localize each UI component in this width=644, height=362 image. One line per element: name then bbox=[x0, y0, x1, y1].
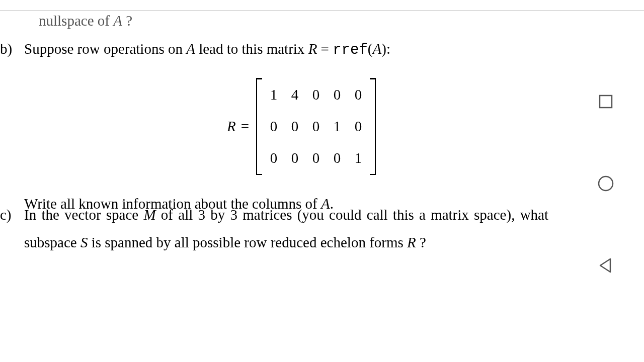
matrix-cell: 0 bbox=[269, 113, 278, 140]
part-b-line1: Suppose row operations on A lead to this… bbox=[24, 35, 558, 64]
home-icon[interactable] bbox=[595, 172, 617, 195]
matrix-cell: 0 bbox=[354, 81, 363, 109]
svg-marker-2 bbox=[600, 259, 610, 272]
part-c-body: In the vector space M of all 3 by 3 matr… bbox=[24, 201, 558, 256]
svg-point-1 bbox=[599, 176, 613, 191]
b-line1-A: A bbox=[186, 41, 195, 57]
recent-apps-icon[interactable] bbox=[595, 90, 617, 113]
part-b-body: Suppose row operations on A lead to this… bbox=[24, 35, 558, 218]
matrix-cell: 0 bbox=[290, 144, 299, 172]
b-line1-open: ( bbox=[368, 41, 373, 57]
matrix-lhs: R bbox=[227, 113, 236, 140]
matrix-cell: 0 bbox=[354, 113, 363, 140]
c-seg3: is spanned by all possible row reduced e… bbox=[88, 234, 407, 250]
b-line1-pre: Suppose row operations on bbox=[24, 41, 186, 57]
part-c-label: c) bbox=[0, 201, 12, 229]
c-var-M: M bbox=[143, 207, 155, 223]
content-area: b) Suppose row operations on A lead to t… bbox=[0, 0, 558, 362]
b-line1-arg-A: A bbox=[373, 41, 382, 57]
matrix-grid: 1 4 0 0 0 0 0 0 1 0 0 0 0 bbox=[264, 78, 368, 175]
right-bracket-icon bbox=[368, 78, 376, 175]
part-b-label: b) bbox=[0, 35, 12, 63]
matrix-cell: 0 bbox=[290, 113, 299, 140]
matrix-cell: 0 bbox=[311, 144, 320, 172]
matrix-cell: 0 bbox=[333, 144, 342, 172]
part-c: c) In the vector space M of all 3 by 3 m… bbox=[0, 201, 558, 256]
matrix-cell: 0 bbox=[333, 81, 342, 109]
back-icon[interactable] bbox=[595, 254, 617, 277]
matrix-cell: 1 bbox=[269, 81, 278, 109]
b-line1-R: R bbox=[308, 41, 317, 57]
b-line1-close: ): bbox=[381, 41, 390, 57]
page: nullspace of A ? b) Suppose row operatio… bbox=[0, 0, 644, 362]
matrix-equation: R = 1 4 0 0 0 0 0 0 1 bbox=[24, 78, 558, 175]
device-navigation-bar bbox=[586, 0, 626, 362]
c-var-R: R bbox=[407, 234, 416, 250]
matrix-cell: 0 bbox=[311, 113, 320, 140]
matrix-wrap: R = 1 4 0 0 0 0 0 0 1 bbox=[227, 78, 376, 175]
part-b: b) Suppose row operations on A lead to t… bbox=[0, 35, 558, 218]
matrix-cell: 1 bbox=[354, 144, 363, 172]
matrix-cell: 0 bbox=[269, 144, 278, 172]
c-seg4: ? bbox=[416, 234, 426, 250]
matrix-cell: 0 bbox=[311, 81, 320, 109]
c-var-S: S bbox=[80, 234, 88, 250]
c-seg1: In the vector space bbox=[24, 207, 143, 223]
matrix-cell: 4 bbox=[290, 81, 299, 109]
b-line1-eq: = bbox=[317, 41, 333, 57]
b-line1-rref: rref bbox=[333, 42, 368, 58]
svg-rect-0 bbox=[600, 96, 612, 108]
b-line1-mid: lead to this matrix bbox=[195, 41, 308, 57]
left-bracket-icon bbox=[256, 78, 264, 175]
matrix-cell: 1 bbox=[333, 113, 342, 140]
matrix-eq: = bbox=[241, 113, 249, 140]
